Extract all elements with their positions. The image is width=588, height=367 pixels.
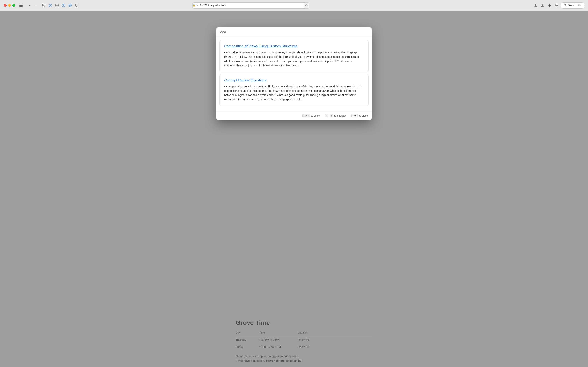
- timer-icon[interactable]: [48, 3, 52, 8]
- svg-point-3: [43, 5, 44, 6]
- fullscreen-traffic-light[interactable]: [12, 4, 15, 7]
- search-shortcut: ⌘K: [578, 4, 581, 7]
- browser-actions: Search ⌘K: [533, 2, 584, 8]
- enter-hint-text: to select: [311, 114, 320, 117]
- search-icon: [564, 4, 566, 7]
- share-icon[interactable]: [540, 3, 546, 8]
- search-modal: Composition of Views Using Custom Struct…: [216, 27, 372, 120]
- minimize-traffic-light[interactable]: [8, 4, 11, 7]
- 3d-icon[interactable]: [61, 3, 66, 8]
- search-result-item[interactable]: Composition of Views Using Custom Struct…: [219, 40, 369, 72]
- close-hint-text: to close: [359, 114, 368, 117]
- lock-icon: 🔒: [193, 4, 195, 7]
- chat-icon[interactable]: [75, 3, 79, 8]
- address-bar[interactable]: 🔒 ics3u-2023.mrgordon.tech ↺: [193, 2, 309, 8]
- tabs-icon[interactable]: [554, 3, 559, 8]
- enter-hint: Enter to select: [302, 114, 320, 117]
- svg-rect-2: [19, 6, 23, 7]
- svg-rect-1: [19, 5, 23, 6]
- navigate-hint-text: to navigate: [334, 114, 347, 117]
- result-title-1: Composition of Views Using Custom Struct…: [224, 44, 364, 48]
- shield-icon[interactable]: [42, 3, 46, 8]
- navigate-hint: ↑ ↓ to navigate: [325, 114, 347, 117]
- forward-button[interactable]: ›: [33, 3, 39, 8]
- search-label: Search: [568, 4, 576, 7]
- search-result-item[interactable]: Concept Review Questions Concept review …: [219, 74, 369, 106]
- new-tab-icon[interactable]: [547, 3, 552, 8]
- result-excerpt-2: Concept review questions You have likely…: [224, 84, 364, 102]
- result-title-2: Concept Review Questions: [224, 78, 364, 83]
- browser-chrome: ‹ ›: [0, 0, 588, 11]
- svg-rect-0: [19, 4, 23, 4]
- target-icon[interactable]: [68, 3, 72, 8]
- token-icon[interactable]: [55, 3, 59, 8]
- close-traffic-light[interactable]: [4, 4, 7, 7]
- search-input-area: [216, 27, 372, 37]
- back-button[interactable]: ‹: [27, 3, 32, 8]
- download-icon[interactable]: [533, 3, 538, 8]
- close-hint: ESC to close: [351, 114, 368, 117]
- refresh-button[interactable]: ↺: [303, 3, 309, 8]
- search-results-list: Composition of Views Using Custom Struct…: [216, 37, 372, 111]
- search-input[interactable]: [220, 30, 368, 34]
- browser-nav: ‹ ›: [27, 3, 39, 8]
- url-text: ics3u-2023.mrgordon.tech: [197, 4, 226, 7]
- svg-rect-11: [556, 4, 558, 6]
- svg-rect-6: [56, 5, 58, 6]
- result-excerpt-1: Composition of Views Using Custom Struct…: [224, 50, 364, 68]
- traffic-lights: [4, 4, 15, 7]
- search-footer: Enter to select ↑ ↓ to navigate ESC to c…: [216, 111, 372, 120]
- svg-point-9: [70, 5, 71, 6]
- sidebar-toggle-button[interactable]: [18, 3, 24, 8]
- browser-extensions: [42, 3, 79, 8]
- search-button[interactable]: Search ⌘K: [561, 2, 584, 8]
